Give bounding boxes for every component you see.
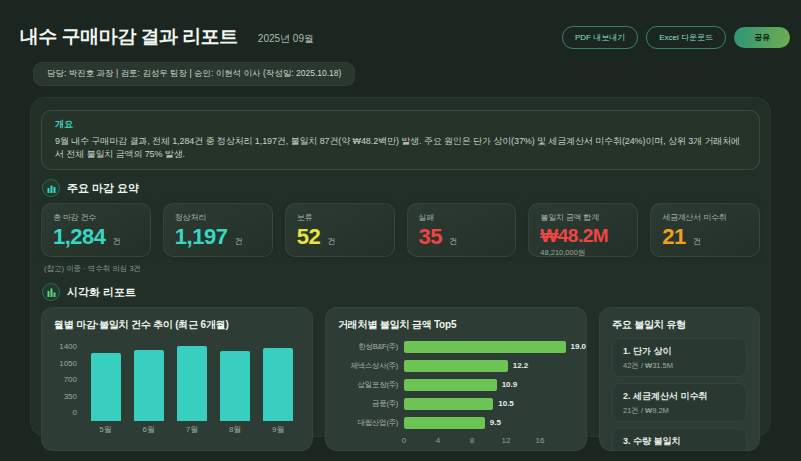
kpi-unit: 건 [113,236,121,247]
top5-bar [404,398,493,410]
top5-vendor-label: 한성B&F(주) [338,342,404,352]
kpi-label: 보류 [297,212,383,223]
kpi-card: 불일치 금액 합계₩48.2M48,210,000원 [528,203,638,257]
top5-bar [404,360,508,372]
mismatch-type-card: 2. 세금계산서 미수취21건 / ₩9.2M [612,383,747,422]
x-tick-label: 8월 [220,424,250,435]
monthly-bar-chart: 140010507003500 [54,346,300,421]
kpi-card-grid: 총 마감 건수1,284건정상처리1,197건보류52건실패35건불일치 금액 … [41,203,760,257]
monthly-bar [220,351,250,421]
mismatch-type-name: 1. 단가 상이 [623,345,736,358]
monthly-bar [263,348,293,421]
monthly-chart-x-axis: 5월6월7월8월9월 [84,424,300,435]
kpi-unit: 건 [693,236,701,247]
mismatch-type-name: 2. 세금계산서 미수취 [623,390,736,403]
kpi-value: 52 [297,226,320,248]
top5-bar-track: 9.5 [404,417,574,429]
kpi-card: 정상처리1,197건 [163,203,273,257]
kpi-value-row: 1,284건 [53,226,139,248]
kpi-unit: 건 [327,236,335,247]
top5-bar-track: 19.0 [404,341,574,353]
kpi-value: 1,284 [53,226,106,248]
report-period: 2025년 09월 [258,32,314,46]
x-tick-label: 0 [402,436,406,445]
approval-meta-badge: 담당: 박진호 과장 | 검토: 김성우 팀장 | 승인: 이현석 이사 (작성… [33,62,355,86]
y-tick-label: 1400 [59,342,77,351]
kpi-label: 총 마감 건수 [53,212,139,223]
top5-bar-track: 12.2 [404,360,574,372]
kpi-label: 세금계산서 미수취 [662,212,748,223]
y-tick-label: 350 [64,392,77,401]
visual-chart-icon [43,284,59,300]
kpi-value: ₩48.2M [540,226,608,245]
mismatch-types-panel: 주요 불일치 유형 1. 단가 상이42건 / ₩31.5M2. 세금계산서 미… [599,307,760,451]
x-tick-label: 5월 [91,424,121,435]
y-tick-label: 700 [64,375,77,384]
mismatch-type-card: 3. 수량 불일치15건 / ₩7.5M [612,428,747,451]
mismatch-type-card: 1. 단가 상이42건 / ₩31.5M [612,338,747,377]
top5-vendor-label: 대림산업(주) [338,418,404,428]
top5-chart-title: 거래처별 불일치 금액 Top5 [338,318,574,332]
mismatch-type-list: 1. 단가 상이42건 / ₩31.5M2. 세금계산서 미수취21건 / ₩9… [612,338,747,451]
kpi-unit: 건 [234,236,242,247]
pdf-export-button[interactable]: PDF 내보내기 [562,26,638,49]
kpi-card: 세금계산서 미수취21건 [650,203,760,257]
overview-label: 개요 [55,118,746,131]
kpi-value-row: 1,197건 [175,226,261,248]
top5-bar [404,417,485,429]
kpi-value-row: 21건 [662,226,748,248]
top5-value-label: 10.5 [498,398,514,410]
x-tick-label: 12 [502,436,511,445]
kpi-unit: 건 [449,236,457,247]
monthly-bar [91,353,121,421]
x-tick-label: 16 [536,436,545,445]
monthly-bar [177,346,207,421]
x-tick-label: 8 [470,436,474,445]
kpi-label: 실패 [419,212,505,223]
mismatch-types-title: 주요 불일치 유형 [612,318,747,332]
overview-text: 9월 내수 구매마감 결과, 전체 1,284건 중 정상처리 1,197건, … [55,135,746,161]
top5-bar-chart: 한성B&F(주)19.0제넥스상사(주)12.2삼일포장(주)10.9금풍(주)… [338,341,574,429]
x-tick-label: 7월 [177,424,207,435]
x-tick-label: 4 [436,436,440,445]
top5-bar-track: 10.9 [404,379,574,391]
top5-value-label: 12.2 [513,360,529,372]
top5-vendor-label: 삼일포장(주) [338,380,404,390]
kpi-value-row: 35건 [419,226,505,248]
summary-section-title: 주요 마감 요약 [67,181,139,196]
kpi-label: 불일치 금액 합계 [540,212,626,223]
top5-bar [404,341,566,353]
visual-section-header: 시각화 리포트 [43,284,760,300]
kpi-value: 1,197 [175,226,228,248]
kpi-card: 총 마감 건수1,284건 [41,203,151,257]
top5-value-label: 19.0 [571,341,587,353]
top5-vendor-label: 제넥스상사(주) [338,361,404,371]
y-tick-label: 0 [73,408,77,417]
kpi-sub: 48,210,000원 [540,248,626,258]
top5-row: 대림산업(주)9.5 [338,417,574,429]
visual-section-title: 시각화 리포트 [67,285,136,300]
monthly-trend-chart-panel: 월별 마감·불일치 건수 추이 (최근 6개월) 140010507003500… [41,307,313,451]
excel-download-button[interactable]: Excel 다운로드 [646,26,726,49]
top5-chart-x-axis: 0481216 [338,436,574,446]
mismatch-type-detail: 42건 / ₩31.5M [623,361,736,371]
summary-section-header: 주요 마감 요약 [43,180,760,196]
top5-value-label: 10.9 [502,379,518,391]
share-button[interactable]: 공유 [734,27,790,48]
top5-vendor-chart-panel: 거래처별 불일치 금액 Top5 한성B&F(주)19.0제넥스상사(주)12.… [325,307,587,451]
monthly-chart-plot [84,346,300,421]
monthly-chart-title: 월별 마감·불일치 건수 추이 (최근 6개월) [54,318,300,332]
kpi-card: 보류52건 [285,203,395,257]
kpi-card: 실패35건 [407,203,517,257]
mismatch-type-detail: 21건 / ₩9.2M [623,406,736,416]
top5-row: 한성B&F(주)19.0 [338,341,574,353]
kpi-label: 정상처리 [175,212,261,223]
top5-row: 삼일포장(주)10.9 [338,379,574,391]
summary-footnote: (참고) 이중 · 역수취 의심 3건 [44,264,760,274]
kpi-value: 21 [662,226,685,248]
monthly-chart-y-axis: 140010507003500 [54,342,84,417]
top5-bar [404,379,497,391]
report-body: 개요 9월 내수 구매마감 결과, 전체 1,284건 중 정상처리 1,197… [30,97,771,437]
x-tick-label: 9월 [263,424,293,435]
top5-row: 금풍(주)10.5 [338,398,574,410]
